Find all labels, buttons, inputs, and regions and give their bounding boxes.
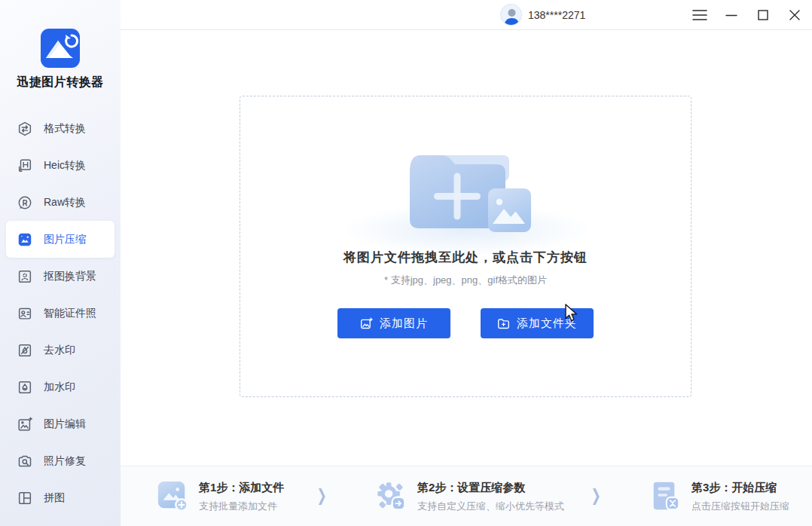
sidebar-item-image-edit[interactable]: 图片编辑 [6, 405, 114, 442]
step-add-files: 第1步：添加文件 支持批量添加文件 [157, 480, 284, 513]
dropzone-format-hint: * 支持jpg、jpeg、png、gif格式的图片 [240, 274, 691, 287]
image-edit-icon [17, 416, 33, 433]
app-title: 迅捷图片转换器 [0, 75, 121, 90]
step-title: 第1步：添加文件 [199, 481, 284, 495]
sidebar-item-label: 照片修复 [44, 454, 86, 468]
maximize-icon[interactable] [752, 4, 774, 26]
photo-repair-icon [17, 453, 33, 469]
avatar [500, 4, 522, 26]
dropzone-buttons: 添加图片 添加文件夹 [240, 308, 691, 338]
step-title: 第3步：开始压缩 [691, 481, 789, 495]
user-phone: 138****2271 [528, 9, 585, 21]
add-folder-illustration [404, 149, 536, 241]
chevron-right-icon: ❯ [591, 486, 601, 506]
step-desc: 支持批量添加文件 [199, 500, 284, 513]
image-compress-icon [17, 231, 33, 248]
compress-settings-step-icon [375, 480, 407, 512]
menu-icon[interactable] [688, 4, 711, 26]
heic-convert-icon [17, 157, 33, 174]
step-start-compress: 第3步：开始压缩 点击压缩按钮开始压缩 [649, 480, 789, 513]
add-folder-button[interactable]: 添加文件夹 [481, 308, 594, 338]
chevron-right-icon: ❯ [317, 486, 327, 506]
dropzone-heading: 将图片文件拖拽至此处，或点击下方按钮 [240, 249, 691, 266]
main-content: 将图片文件拖拽至此处，或点击下方按钮 * 支持jpg、jpeg、png、gif格… [121, 31, 812, 466]
sidebar-item-collage[interactable]: 拼图 [6, 479, 114, 516]
sidebar-item-image-compress[interactable]: 图片压缩 [6, 221, 114, 258]
window-controls [679, 0, 806, 30]
sidebar-item-label: 去水印 [44, 344, 75, 357]
id-photo-icon [17, 305, 33, 322]
format-convert-icon [17, 121, 33, 137]
raw-convert-icon [17, 194, 33, 211]
step-title: 第2步：设置压缩参数 [417, 481, 564, 495]
step-desc: 点击压缩按钮开始压缩 [691, 500, 789, 513]
sidebar-item-label: 加水印 [44, 381, 75, 394]
add-watermark-icon [17, 379, 33, 396]
add-image-button-label: 添加图片 [380, 317, 428, 331]
minimize-icon[interactable] [720, 4, 743, 26]
sidebar: 迅捷图片转换器 格式转换 Heic转换 [0, 0, 121, 526]
sidebar-item-photo-repair[interactable]: 照片修复 [6, 442, 114, 479]
sidebar-item-remove-watermark[interactable]: 去水印 [6, 332, 114, 369]
step-set-params: 第2步：设置压缩参数 支持自定义压缩、缩小优先等模式 [375, 480, 564, 513]
sidebar-item-label: 拼图 [44, 491, 65, 505]
add-image-button[interactable]: 添加图片 [337, 308, 450, 338]
file-dropzone[interactable]: 将图片文件拖拽至此处，或点击下方按钮 * 支持jpg、jpeg、png、gif格… [240, 96, 691, 397]
cutout-background-icon [17, 268, 33, 285]
sidebar-item-heic-convert[interactable]: Heic转换 [6, 147, 114, 184]
sidebar-item-add-watermark[interactable]: 加水印 [6, 369, 114, 405]
sidebar-item-label: 智能证件照 [44, 307, 96, 320]
collage-icon [17, 490, 33, 506]
steps-footer: 第1步：添加文件 支持批量添加文件 ❯ [121, 466, 812, 526]
add-image-icon [360, 317, 373, 330]
add-folder-icon [497, 317, 510, 330]
user-account[interactable]: 138****2271 [500, 4, 585, 26]
remove-watermark-icon [17, 342, 33, 359]
sidebar-item-label: 抠图换背景 [44, 270, 96, 283]
start-compress-step-icon [649, 480, 681, 512]
sidebar-item-raw-convert[interactable]: Raw转换 [6, 184, 114, 221]
step-desc: 支持自定义压缩、缩小优先等模式 [417, 500, 564, 513]
sidebar-item-label: 图片编辑 [44, 417, 86, 431]
sidebar-item-id-photo[interactable]: 智能证件照 [6, 295, 114, 332]
sidebar-item-label: 图片压缩 [44, 233, 86, 246]
sidebar-item-cutout-background[interactable]: 抠图换背景 [6, 258, 114, 295]
app-logo-icon [40, 28, 81, 69]
sidebar-item-format-convert[interactable]: 格式转换 [6, 110, 114, 147]
add-files-step-icon [157, 480, 188, 512]
sidebar-item-label: Raw转换 [44, 196, 86, 209]
sidebar-item-label: Heic转换 [44, 159, 86, 173]
close-icon[interactable] [783, 4, 806, 26]
add-folder-button-label: 添加文件夹 [517, 317, 577, 331]
sidebar-item-label: 格式转换 [44, 122, 86, 136]
titlebar: 138****2271 [121, 0, 812, 30]
sidebar-menu: 格式转换 Heic转换 Raw转换 [0, 110, 121, 516]
